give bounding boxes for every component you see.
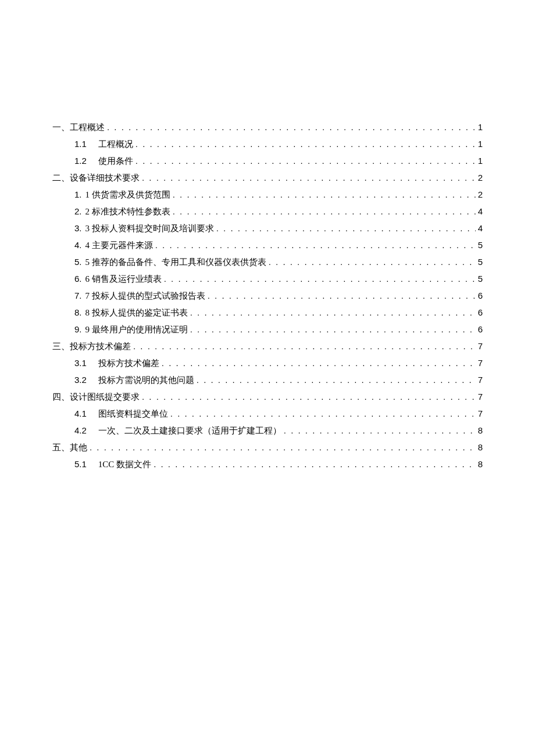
toc-entry-number: 1. — [74, 189, 82, 199]
toc-entry-title: 投标方需说明的其他问题 — [98, 375, 194, 386]
toc-leader-dots: . . . . . . . . . . . . . . . . . . . . … — [284, 425, 476, 435]
toc-leader-dots: . . . . . . . . . . . . . . . . . . . . … — [133, 341, 476, 351]
toc-section-prefix: 三、 — [52, 341, 70, 352]
toc-leader-dots: . . . . . . . . . . . . . . . . . . . . … — [216, 223, 476, 233]
toc-entry: 4.1图纸资料提交单位. . . . . . . . . . . . . . .… — [74, 409, 483, 420]
toc-entry: 3.2投标方需说明的其他问题. . . . . . . . . . . . . … — [74, 375, 483, 386]
toc-page-number: 1 — [478, 156, 483, 166]
toc-entry-title: 5 推荐的备品备件、专用工具和仪器仪表供货表 — [85, 257, 266, 268]
toc-entry: 1.1 供货需求及供货范围. . . . . . . . . . . . . .… — [74, 189, 483, 200]
toc-entry: 1.1工程概况. . . . . . . . . . . . . . . . .… — [74, 139, 483, 150]
toc-entry-title: 工程概况 — [98, 139, 133, 150]
toc-entry: 一、工程概述. . . . . . . . . . . . . . . . . … — [52, 122, 483, 133]
toc-entry: 4.4 主要元器件来源. . . . . . . . . . . . . . .… — [74, 240, 483, 251]
toc-entry-title: 使用条件 — [98, 156, 133, 167]
toc-leader-dots: . . . . . . . . . . . . . . . . . . . . … — [173, 206, 476, 216]
toc-page-number: 2 — [478, 173, 483, 182]
toc-section-prefix: 二、 — [52, 173, 70, 184]
toc-entry-title: 9 最终用户的使用情况证明 — [85, 324, 188, 335]
toc-entry-title: 1 供货需求及供货范围 — [85, 189, 170, 200]
toc-leader-dots: . . . . . . . . . . . . . . . . . . . . … — [208, 291, 476, 300]
toc-entry-title: 工程概述 — [70, 122, 105, 133]
toc-section-prefix: 五、 — [52, 442, 70, 453]
toc-page-number: 7 — [478, 375, 483, 385]
toc-page-number: 4 — [478, 223, 483, 233]
toc-entry-number: 4.2 — [74, 425, 87, 435]
toc-page-number: 7 — [478, 358, 483, 368]
toc-page-number: 1 — [478, 139, 483, 149]
toc-entry-title: 6 销售及运行业绩表 — [85, 274, 162, 285]
toc-page-number: 2 — [478, 189, 483, 199]
toc-leader-dots: . . . . . . . . . . . . . . . . . . . . … — [142, 173, 476, 182]
toc-entry: 五、其他. . . . . . . . . . . . . . . . . . … — [52, 442, 483, 453]
toc-page-number: 4 — [478, 206, 483, 216]
toc-entry-title: 2 标准技术特性参数表 — [85, 206, 170, 217]
toc-page-number: 5 — [478, 274, 483, 284]
toc-entry-title: 8 投标人提供的鉴定证书表 — [85, 307, 188, 318]
toc-entry-number: 3.2 — [74, 375, 87, 385]
toc-entry-title: 其他 — [70, 442, 87, 453]
toc-section-prefix: 四、 — [52, 392, 70, 403]
toc-leader-dots: . . . . . . . . . . . . . . . . . . . . … — [190, 324, 476, 334]
toc-page-number: 7 — [478, 392, 483, 402]
toc-entry-title: 7 投标人提供的型式试验报告表 — [85, 291, 205, 302]
toc-entry: 二、设备详细技术要求. . . . . . . . . . . . . . . … — [52, 173, 483, 184]
toc-entry-number: 5. — [74, 257, 82, 267]
toc-page-number: 6 — [478, 307, 483, 317]
toc-leader-dots: . . . . . . . . . . . . . . . . . . . . … — [107, 122, 476, 132]
toc-entry-number: 1.2 — [74, 156, 87, 166]
toc-page-number: 7 — [478, 409, 483, 418]
toc-page-number: 8 — [478, 425, 483, 435]
toc-leader-dots: . . . . . . . . . . . . . . . . . . . . … — [173, 189, 476, 199]
toc-leader-dots: . . . . . . . . . . . . . . . . . . . . … — [135, 139, 476, 149]
toc-entry-number: 5.1 — [74, 459, 87, 469]
toc-entry-number: 4.1 — [74, 409, 87, 418]
toc-leader-dots: . . . . . . . . . . . . . . . . . . . . … — [142, 392, 476, 402]
toc-entry: 四、设计图纸提交要求. . . . . . . . . . . . . . . … — [52, 392, 483, 403]
toc-entry-title: 3 投标人资料提交时间及培训要求 — [85, 223, 214, 234]
toc-leader-dots: . . . . . . . . . . . . . . . . . . . . … — [162, 358, 476, 368]
toc-entry-title: 4 主要元器件来源 — [85, 240, 153, 251]
table-of-contents: 一、工程概述. . . . . . . . . . . . . . . . . … — [52, 122, 483, 470]
toc-entry-number: 2. — [74, 206, 82, 216]
toc-entry-number: 1.1 — [74, 139, 87, 149]
toc-entry-title: 投标方技术偏差 — [70, 341, 131, 352]
toc-entry: 5.5 推荐的备品备件、专用工具和仪器仪表供货表. . . . . . . . … — [74, 257, 483, 268]
toc-entry-number: 6. — [74, 274, 82, 284]
toc-page-number: 6 — [478, 324, 483, 334]
toc-page-number: 8 — [478, 442, 483, 452]
toc-entry: 3.1投标方技术偏差. . . . . . . . . . . . . . . … — [74, 358, 483, 369]
toc-entry-number: 3. — [74, 223, 82, 233]
toc-leader-dots: . . . . . . . . . . . . . . . . . . . . … — [170, 409, 476, 418]
toc-entry-number: 9. — [74, 324, 82, 334]
toc-entry: 1.2使用条件. . . . . . . . . . . . . . . . .… — [74, 156, 483, 167]
toc-entry: 7.7 投标人提供的型式试验报告表. . . . . . . . . . . .… — [74, 291, 483, 302]
toc-page-number: 5 — [478, 257, 483, 267]
toc-page-number: 6 — [478, 291, 483, 300]
toc-page-number: 8 — [478, 459, 483, 469]
toc-entry: 8.8 投标人提供的鉴定证书表. . . . . . . . . . . . .… — [74, 307, 483, 318]
toc-entry-number: 4. — [74, 240, 82, 250]
toc-leader-dots: . . . . . . . . . . . . . . . . . . . . … — [190, 307, 476, 317]
toc-leader-dots: . . . . . . . . . . . . . . . . . . . . … — [135, 156, 476, 166]
toc-entry: 6.6 销售及运行业绩表. . . . . . . . . . . . . . … — [74, 274, 483, 285]
toc-leader-dots: . . . . . . . . . . . . . . . . . . . . … — [164, 274, 476, 284]
toc-entry: 三、投标方技术偏差. . . . . . . . . . . . . . . .… — [52, 341, 483, 352]
toc-entry: 3.3 投标人资料提交时间及培训要求. . . . . . . . . . . … — [74, 223, 483, 234]
toc-page-number: 5 — [478, 240, 483, 250]
toc-entry-title: 1CC 数据文件 — [98, 459, 151, 470]
toc-entry-number: 3.1 — [74, 358, 87, 368]
toc-leader-dots: . . . . . . . . . . . . . . . . . . . . … — [90, 442, 476, 452]
toc-entry-title: 投标方技术偏差 — [98, 358, 159, 369]
toc-leader-dots: . . . . . . . . . . . . . . . . . . . . … — [197, 375, 476, 385]
toc-leader-dots: . . . . . . . . . . . . . . . . . . . . … — [154, 459, 476, 469]
toc-entry-number: 8. — [74, 307, 82, 317]
toc-entry-title: 一次、二次及土建接口要求（适用于扩建工程） — [98, 425, 281, 436]
toc-section-prefix: 一、 — [52, 122, 70, 133]
toc-entry: 2.2 标准技术特性参数表. . . . . . . . . . . . . .… — [74, 206, 483, 217]
toc-page-number: 7 — [478, 341, 483, 351]
toc-entry-title: 设备详细技术要求 — [70, 173, 140, 184]
toc-entry-title: 设计图纸提交要求 — [70, 392, 140, 403]
toc-leader-dots: . . . . . . . . . . . . . . . . . . . . … — [155, 240, 476, 250]
toc-entry: 5.11CC 数据文件. . . . . . . . . . . . . . .… — [74, 459, 483, 470]
